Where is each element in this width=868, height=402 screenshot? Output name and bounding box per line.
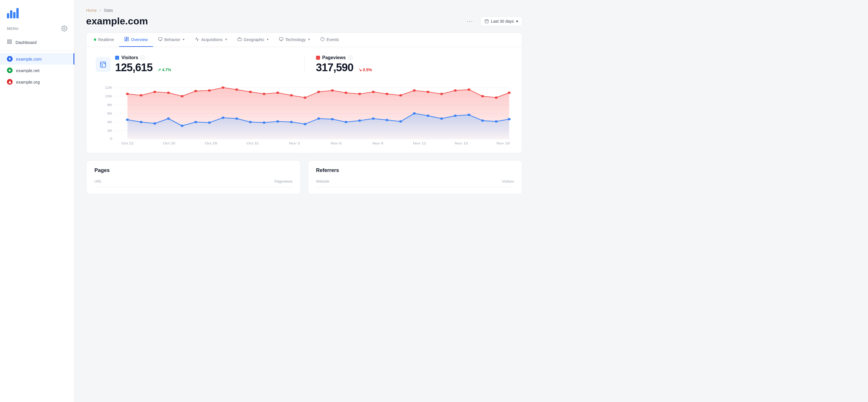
tab-overview[interactable]: Overview — [119, 33, 153, 47]
sidebar-item-example-com[interactable]: example.com — [0, 53, 74, 65]
pv-dot-18 — [358, 93, 361, 95]
svg-text:Oct 22: Oct 22 — [121, 142, 134, 145]
sidebar-item-example-org[interactable]: example.org — [0, 76, 74, 88]
svg-text:0: 0 — [110, 137, 112, 141]
page-header: example.com ··· Last 30 days ▾ — [86, 16, 522, 27]
pageviews-metric: Pageviews i 317,590 ↘ 0.5% — [316, 55, 513, 74]
menu-label: MENU — [7, 26, 19, 31]
v-dot-29 — [507, 118, 510, 120]
svg-rect-26 — [100, 62, 105, 67]
svg-text:Oct 31: Oct 31 — [247, 142, 259, 145]
svg-rect-4 — [10, 42, 11, 44]
v-dot-3 — [153, 122, 156, 125]
pv-dot-26 — [467, 88, 470, 91]
pages-card: Pages URL Pageviews — [86, 160, 301, 194]
svg-text:2K: 2K — [107, 129, 112, 133]
tab-behavior-label: Behavior — [164, 37, 180, 42]
tab-overview-label: Overview — [131, 37, 148, 42]
realtime-dot — [94, 38, 96, 41]
pageviews-change: ↘ 0.5% — [359, 67, 372, 72]
v-dot-20 — [385, 119, 389, 121]
svg-text:Nov 3: Nov 3 — [289, 142, 300, 145]
tab-acquisitions[interactable]: Acquisitions ▾ — [190, 33, 232, 47]
tab-technology[interactable]: Technology ▾ — [274, 33, 315, 47]
svg-rect-8 — [485, 20, 488, 23]
visitors-change-arrow-icon: ↗ — [158, 67, 161, 72]
v-dot-19 — [372, 118, 375, 120]
tab-behavior[interactable]: Behavior ▾ — [153, 33, 190, 47]
svg-text:Oct 28: Oct 28 — [205, 142, 217, 145]
pages-table-header: URL Pageviews — [94, 179, 292, 187]
pv-dot-16 — [331, 89, 334, 92]
visitors-info-icon[interactable]: i — [141, 55, 145, 60]
pv-dot-10 — [249, 91, 252, 93]
date-filter-label: Last 30 days — [491, 19, 514, 24]
referrers-col-website: Website — [316, 179, 330, 184]
technology-chevron-icon: ▾ — [308, 38, 310, 41]
more-options-button[interactable]: ··· — [464, 17, 476, 26]
page-title: example.com — [86, 16, 148, 27]
v-dot-17 — [344, 121, 348, 123]
v-dot-6 — [194, 121, 197, 123]
sidebar-item-example-net[interactable]: example.net — [0, 65, 74, 76]
v-dot-28 — [495, 120, 498, 123]
logo-bar-3 — [13, 12, 16, 19]
v-dot-26 — [467, 114, 470, 116]
pv-dot-14 — [303, 96, 307, 99]
behavior-chevron-icon: ▾ — [183, 38, 185, 41]
pv-dot-29 — [507, 92, 510, 94]
v-dot-27 — [481, 119, 484, 122]
pv-dot-15 — [317, 91, 320, 93]
favicon-example-net — [7, 67, 12, 73]
acquisitions-chevron-icon: ▾ — [225, 38, 227, 41]
v-dot-16 — [331, 118, 334, 120]
pv-dot-27 — [481, 95, 484, 97]
geographic-icon — [237, 37, 242, 42]
pv-dot-5 — [181, 95, 184, 97]
tab-realtime[interactable]: Realtime — [89, 33, 119, 47]
chart-container: 12K 10K 8K 6K 4K 2K 0 — [96, 82, 513, 145]
v-dot-13 — [290, 121, 293, 123]
tab-events-label: Events — [327, 37, 339, 42]
main-content: Home > Stats example.com ··· Last 30 day… — [74, 0, 868, 402]
pages-title: Pages — [94, 167, 292, 174]
tabs-bar: Realtime Overview Behavior ▾ — [86, 33, 522, 47]
settings-icon[interactable] — [61, 25, 67, 32]
main-card: Realtime Overview Behavior ▾ — [86, 32, 522, 153]
date-filter-chevron-icon: ▾ — [516, 19, 518, 24]
tab-acquisitions-label: Acquisitions — [201, 37, 223, 42]
tab-geographic-label: Geographic — [244, 37, 265, 42]
visitors-color-dot — [115, 56, 119, 60]
breadcrumb-home[interactable]: Home — [86, 8, 97, 12]
site-label-example-org: example.org — [16, 80, 40, 85]
pv-dot-21 — [399, 94, 402, 96]
tab-technology-label: Technology — [285, 37, 306, 42]
svg-text:Nov 18: Nov 18 — [497, 142, 510, 145]
pv-dot-19 — [372, 91, 375, 93]
overview-icon — [124, 37, 129, 42]
visitors-change-value: 4.7% — [162, 67, 171, 72]
pv-dot-1 — [126, 93, 129, 95]
tab-events[interactable]: Events — [315, 33, 344, 47]
site-label-example-com: example.com — [16, 57, 42, 61]
acquisitions-icon — [195, 37, 199, 42]
visitors-info: Visitors i 125,615 ↗ 4.7% — [115, 55, 171, 74]
svg-rect-3 — [7, 42, 9, 44]
pv-dot-20 — [385, 93, 389, 95]
tab-geographic[interactable]: Geographic ▾ — [232, 33, 274, 47]
v-dot-25 — [454, 115, 457, 117]
pageviews-info: Pageviews i 317,590 ↘ 0.5% — [316, 55, 372, 74]
date-filter-button[interactable]: Last 30 days ▾ — [480, 17, 522, 26]
v-dot-7 — [208, 121, 211, 124]
pv-dot-24 — [440, 93, 443, 95]
pv-dot-2 — [140, 94, 143, 96]
referrers-col-visitors: Visitors — [502, 179, 514, 184]
favicon-example-com — [7, 56, 12, 62]
sidebar-item-dashboard[interactable]: Dashboard — [0, 36, 74, 48]
technology-icon — [279, 37, 283, 42]
v-dot-24 — [440, 118, 443, 120]
header-actions: ··· Last 30 days ▾ — [464, 17, 522, 26]
svg-point-0 — [63, 28, 65, 29]
v-dot-11 — [262, 121, 266, 124]
pageviews-info-icon[interactable]: i — [348, 55, 352, 60]
